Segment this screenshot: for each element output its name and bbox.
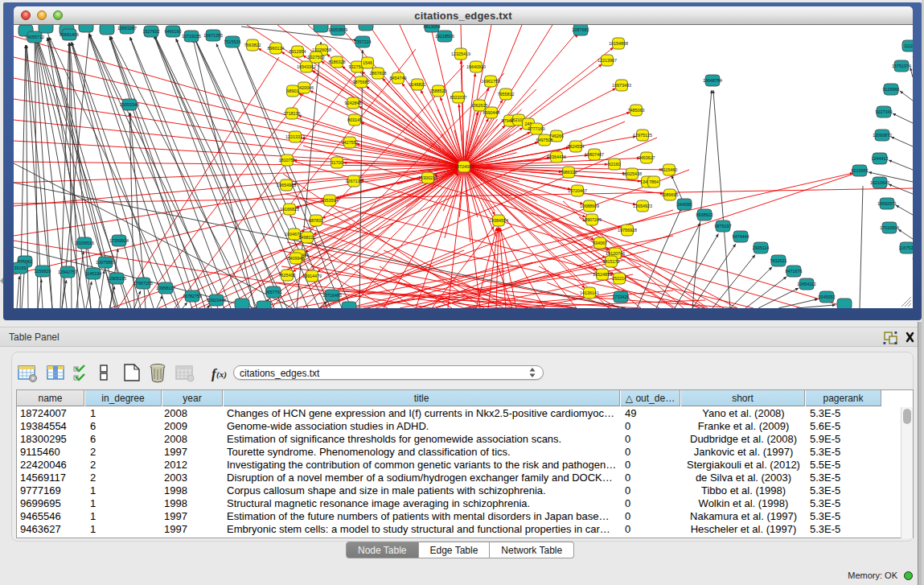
svg-text:1167533: 1167533 [899, 245, 913, 250]
svg-text:10958107: 10958107 [156, 286, 175, 290]
svg-text:12093872: 12093872 [873, 133, 892, 138]
svg-text:252214: 252214 [612, 276, 626, 281]
svg-text:39159: 39159 [14, 266, 27, 270]
svg-text:1733426: 1733426 [613, 295, 630, 299]
svg-text:587833: 587833 [309, 218, 323, 223]
svg-text:9245052: 9245052 [819, 295, 836, 299]
svg-text:803145: 803145 [347, 117, 362, 122]
svg-text:9474444: 9474444 [733, 234, 749, 239]
svg-text:164095: 164095 [677, 202, 692, 207]
svg-text:31700: 31700 [331, 160, 343, 165]
svg-text:12975125: 12975125 [633, 133, 652, 138]
svg-text:6497505: 6497505 [536, 138, 553, 142]
svg-text:8912954: 8912954 [290, 49, 306, 54]
svg-text:5409948: 5409948 [288, 256, 305, 261]
svg-text:1089695: 1089695 [662, 192, 679, 197]
svg-text:16782759: 16782759 [183, 294, 202, 299]
svg-text:98901: 98901 [287, 89, 299, 93]
svg-text:8813054: 8813054 [424, 25, 441, 29]
svg-text:7625402: 7625402 [279, 273, 296, 278]
svg-text:1815172: 1815172 [603, 259, 620, 264]
svg-text:8990448: 8990448 [483, 110, 500, 115]
svg-text:(x): (x) [216, 369, 227, 380]
svg-text:2935114: 2935114 [753, 245, 770, 250]
svg-text:13716485: 13716485 [322, 293, 342, 298]
svg-text:5498222: 5498222 [299, 235, 316, 240]
svg-text:6466160: 6466160 [165, 29, 182, 34]
svg-text:8960124: 8960124 [268, 46, 285, 51]
svg-text:16648784: 16648784 [703, 78, 722, 83]
svg-text:16543362: 16543362 [297, 64, 316, 69]
svg-text:7357224: 7357224 [355, 39, 372, 44]
svg-text:6879197: 6879197 [715, 224, 732, 229]
svg-text:8215955: 8215955 [852, 168, 869, 173]
svg-text:10975867: 10975867 [96, 260, 115, 265]
svg-text:17957255: 17957255 [133, 281, 153, 286]
svg-text:10719155: 10719155 [182, 34, 201, 39]
svg-text:2087682: 2087682 [573, 27, 589, 32]
svg-text:7515526: 7515526 [224, 39, 241, 44]
svg-text:12942757: 12942757 [58, 270, 77, 274]
svg-text:16671355: 16671355 [203, 33, 223, 38]
svg-text:62160: 62160 [609, 162, 621, 167]
svg-text:19384554: 19384554 [489, 218, 508, 223]
svg-text:13720407: 13720407 [568, 188, 587, 193]
svg-text:13654923: 13654923 [633, 204, 652, 208]
svg-text:16640910: 16640910 [466, 64, 486, 69]
svg-text:2718136: 2718136 [284, 111, 301, 116]
svg-text:14055712: 14055712 [25, 35, 44, 39]
svg-text:7864: 7864 [649, 179, 659, 184]
svg-text:14136141: 14136141 [580, 290, 599, 295]
svg-text:7485063: 7485063 [628, 108, 645, 113]
svg-text:16914479: 16914479 [302, 274, 322, 278]
svg-text:11123: 11123 [904, 43, 913, 48]
svg-text:7663822: 7663822 [244, 43, 261, 47]
svg-text:8471676: 8471676 [786, 269, 803, 274]
svg-text:10654112: 10654112 [797, 282, 816, 286]
svg-text:1156829: 1156829 [35, 269, 51, 274]
svg-text:7632621: 7632621 [770, 258, 787, 263]
svg-text:12325419: 12325419 [451, 51, 470, 56]
svg-text:20206516: 20206516 [75, 241, 94, 245]
svg-text:9227349: 9227349 [876, 109, 893, 114]
svg-text:10154808: 10154808 [609, 41, 628, 46]
svg-text:19654985: 19654985 [277, 183, 296, 187]
svg-text:17359924: 17359924 [109, 238, 129, 243]
svg-text:8938923: 8938923 [696, 212, 713, 217]
svg-text:19218506: 19218506 [435, 34, 454, 39]
svg-text:9242848: 9242848 [345, 101, 362, 105]
svg-text:10025438: 10025438 [622, 171, 642, 176]
svg-text:8186328: 8186328 [329, 60, 346, 64]
svg-text:9327503: 9327503 [308, 55, 325, 60]
svg-text:1244413: 1244413 [872, 156, 889, 161]
svg-text:14120746: 14120746 [606, 251, 625, 256]
svg-text:1810755: 1810755 [279, 158, 296, 163]
svg-text:15300213: 15300213 [418, 175, 437, 180]
svg-text:9115460: 9115460 [661, 167, 678, 172]
svg-text:15751074: 15751074 [892, 64, 911, 68]
svg-text:16210643: 16210643 [870, 180, 889, 185]
svg-text:1362615: 1362615 [471, 103, 488, 108]
svg-text:9129966: 9129966 [883, 87, 900, 92]
svg-text:20364436: 20364436 [547, 154, 566, 159]
svg-text:3624554: 3624554 [568, 144, 585, 149]
svg-text:25053346: 25053346 [120, 102, 139, 107]
svg-text:1353594: 1353594 [322, 198, 339, 203]
svg-text:12905135: 12905135 [107, 276, 126, 281]
svg-text:9463627: 9463627 [639, 155, 655, 160]
svg-text:17016504: 17016504 [880, 225, 899, 230]
svg-text:1546: 1546 [363, 60, 372, 65]
svg-text:15692971: 15692971 [877, 201, 897, 206]
svg-text:13524851: 13524851 [593, 272, 612, 277]
svg-text:20691406: 20691406 [60, 32, 79, 37]
svg-text:10688609: 10688609 [580, 204, 599, 208]
svg-text:9146821: 9146821 [409, 82, 426, 87]
svg-text:9427552: 9427552 [342, 140, 359, 145]
svg-text:10653287: 10653287 [117, 26, 137, 31]
svg-text:7986322: 7986322 [561, 170, 577, 175]
svg-text:3875685: 3875685 [353, 80, 370, 84]
svg-text:9777169: 9777169 [528, 126, 545, 131]
svg-text:8322037: 8322037 [450, 95, 467, 100]
svg-text:10807487: 10807487 [585, 152, 604, 157]
svg-text:18907249: 18907249 [582, 217, 602, 222]
